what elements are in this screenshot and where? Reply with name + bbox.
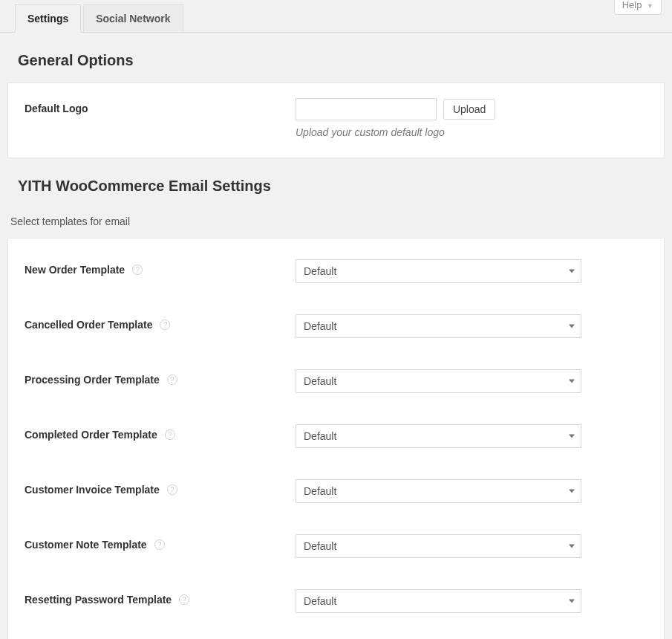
default-logo-input[interactable]	[296, 98, 437, 120]
row-control: Default	[296, 314, 647, 338]
help-icon[interactable]: ?	[154, 539, 165, 550]
row-label: Cancelled Order Template ?	[25, 314, 296, 331]
resetting-password-template-select[interactable]: Default	[296, 589, 581, 613]
row-label-text: Customer Invoice Template	[25, 484, 160, 496]
cancelled-order-template-row: Cancelled Order Template ? Default	[25, 314, 647, 338]
row-label: Customer Note Template ?	[25, 534, 296, 551]
resetting-password-template-row: Resetting Password Template ? Default	[25, 589, 647, 613]
row-control: Default	[296, 424, 647, 448]
chevron-down-icon	[569, 435, 575, 438]
email-settings-subtext: Select templates for email	[0, 208, 672, 238]
completed-order-template-row: Completed Order Template ? Default	[25, 424, 647, 448]
default-logo-label: Default Logo	[25, 98, 296, 114]
processing-order-template-select[interactable]: Default	[296, 369, 581, 393]
row-label-text: Cancelled Order Template	[25, 319, 152, 331]
row-label-text: Processing Order Template	[25, 374, 160, 386]
row-label: New Order Template ?	[25, 259, 296, 276]
cancelled-order-template-select[interactable]: Default	[296, 314, 581, 338]
row-control: Default	[296, 259, 647, 283]
help-label: Help	[622, 0, 642, 10]
new-order-template-row: New Order Template ? Default	[25, 259, 647, 283]
topbar: Help ▼ Settings Social Network	[0, 0, 672, 33]
help-icon[interactable]: ?	[165, 429, 175, 440]
select-value: Default	[304, 485, 336, 497]
customer-note-template-select[interactable]: Default	[296, 534, 581, 558]
tab-settings[interactable]: Settings	[15, 4, 81, 33]
chevron-down-icon	[569, 270, 575, 273]
default-logo-label-text: Default Logo	[25, 103, 88, 114]
select-value: Default	[304, 375, 336, 387]
upload-hint: Upload your custom default logo	[296, 126, 647, 138]
default-logo-control: Upload Upload your custom default logo	[296, 98, 647, 138]
customer-invoice-template-row: Customer Invoice Template ? Default	[25, 479, 647, 503]
default-logo-row: Default Logo Upload Upload your custom d…	[25, 98, 647, 138]
email-templates-panel: New Order Template ? Default Cancelled O…	[7, 238, 665, 639]
general-options-panel: Default Logo Upload Upload your custom d…	[7, 82, 665, 158]
row-control: Default	[296, 534, 647, 558]
customer-invoice-template-select[interactable]: Default	[296, 479, 581, 503]
row-label-text: Customer Note Template	[25, 539, 147, 551]
chevron-down-icon	[569, 325, 575, 328]
row-label: Completed Order Template ?	[25, 424, 296, 441]
help-icon[interactable]: ?	[160, 320, 170, 330]
customer-note-template-row: Customer Note Template ? Default	[25, 534, 647, 558]
help-icon[interactable]: ?	[167, 484, 177, 495]
upload-button[interactable]: Upload	[443, 99, 495, 120]
row-control: Default	[296, 369, 647, 393]
chevron-down-icon	[569, 600, 575, 603]
row-label-text: New Order Template	[25, 264, 125, 276]
select-value: Default	[304, 265, 336, 277]
help-icon[interactable]: ?	[132, 265, 143, 275]
help-icon[interactable]: ?	[167, 374, 177, 385]
row-control: Default	[296, 479, 647, 503]
help-dropdown[interactable]: Help ▼	[614, 0, 662, 15]
row-label: Processing Order Template ?	[25, 369, 296, 386]
select-value: Default	[304, 430, 336, 442]
select-value: Default	[304, 320, 336, 332]
processing-order-template-row: Processing Order Template ? Default	[25, 369, 647, 393]
tabs: Settings Social Network	[15, 4, 183, 33]
email-settings-heading: YITH WooCommerce Email Settings	[0, 158, 672, 208]
row-label: Customer Invoice Template ?	[25, 479, 296, 496]
general-options-heading: General Options	[0, 33, 672, 82]
chevron-down-icon	[569, 545, 575, 548]
chevron-down-icon: ▼	[647, 2, 653, 10]
row-label-text: Resetting Password Template	[25, 594, 172, 606]
help-icon[interactable]: ?	[179, 594, 189, 605]
completed-order-template-select[interactable]: Default	[296, 424, 581, 448]
tab-social-network[interactable]: Social Network	[83, 4, 183, 33]
select-value: Default	[304, 540, 336, 552]
select-value: Default	[304, 595, 336, 607]
row-control: Default	[296, 589, 647, 613]
row-label: Resetting Password Template ?	[25, 589, 296, 606]
chevron-down-icon	[569, 490, 575, 493]
chevron-down-icon	[569, 380, 575, 383]
new-order-template-select[interactable]: Default	[296, 259, 581, 283]
row-label-text: Completed Order Template	[25, 429, 157, 441]
